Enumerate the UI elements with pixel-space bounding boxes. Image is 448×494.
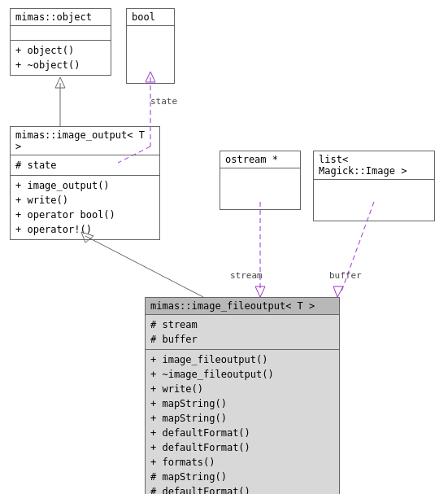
svg-line-5 — [85, 236, 203, 297]
method-write2: + write() — [150, 382, 334, 396]
method-image-output: + image_output() — [15, 178, 154, 193]
title-text: mimas::image_fileoutput< T > — [150, 300, 315, 312]
method-image-fileoutput: + image_fileoutput() — [150, 352, 334, 367]
label-stream-text: stream — [230, 270, 263, 281]
box-mimas-image-output-title: mimas::image_output< T > — [11, 127, 159, 155]
box-image-output-section2: + image_output() + write() + operator bo… — [11, 176, 159, 239]
box-ostream-section1 — [220, 168, 300, 209]
field-buffer: # buffer — [150, 332, 334, 347]
box-bool: bool — [126, 8, 175, 84]
method-destructor-fileoutput: + ~image_fileoutput() — [150, 367, 334, 382]
method-mapstring3: # mapString() — [150, 470, 334, 484]
label-buffer-text: buffer — [329, 270, 362, 281]
method-operator-not: + operator!() — [15, 222, 154, 237]
field-stream: # stream — [150, 317, 334, 332]
svg-marker-8 — [255, 286, 265, 297]
box-fileoutput-section2: + image_fileoutput() + ~image_fileoutput… — [146, 350, 339, 494]
box-image-output-section1: # state — [11, 155, 159, 176]
box-mimas-object: mimas::object + object() + ~object() — [10, 8, 111, 76]
title-text: bool — [132, 11, 155, 23]
label-stream: stream — [230, 270, 263, 281]
box-mimas-image-fileoutput: mimas::image_fileoutput< T > # stream # … — [145, 297, 340, 494]
box-bool-section1 — [127, 26, 174, 83]
method-mapstring1: + mapString() — [150, 396, 334, 411]
box-mimas-object-title: mimas::object — [11, 9, 111, 26]
method-write: + write() — [15, 193, 154, 208]
label-state: state — [150, 96, 177, 107]
method-defaultformat1: + defaultFormat() — [150, 426, 334, 440]
svg-marker-1 — [55, 77, 65, 88]
box-mimas-image-output: mimas::image_output< T > # state + image… — [10, 126, 160, 240]
box-mimas-object-section1 — [11, 26, 111, 41]
method-formats: + formats() — [150, 455, 334, 470]
title-text: ostream * — [225, 154, 278, 165]
label-state-text: state — [150, 96, 177, 107]
box-mimas-object-section2: + object() + ~object() — [11, 41, 111, 75]
field-state: # state — [15, 158, 154, 173]
box-list-magick-section1 — [314, 180, 434, 221]
title-text: mimas::image_output< T > — [15, 129, 145, 152]
method-object: + object() — [15, 43, 106, 58]
box-ostream-title: ostream * — [220, 151, 300, 168]
method-defaultformat3: # defaultFormat() — [150, 484, 334, 494]
box-list-magick-title: list< Magick::Image > — [314, 151, 434, 180]
label-buffer: buffer — [329, 270, 362, 281]
box-list-magick: list< Magick::Image > — [313, 151, 435, 221]
box-bool-title: bool — [127, 9, 174, 26]
method-defaultformat2: + defaultFormat() — [150, 440, 334, 455]
box-fileoutput-section1: # stream # buffer — [146, 315, 339, 350]
method-operator-bool: + operator bool() — [15, 208, 154, 222]
box-ostream: ostream * — [220, 151, 301, 210]
method-destructor-object: + ~object() — [15, 58, 106, 72]
title-text: mimas::object — [15, 11, 92, 23]
box-mimas-image-fileoutput-title: mimas::image_fileoutput< T > — [146, 298, 339, 315]
title-text: list< Magick::Image > — [319, 154, 407, 177]
method-mapstring2: + mapString() — [150, 411, 334, 426]
svg-marker-10 — [333, 286, 343, 297]
uml-diagram: mimas::object + object() + ~object() boo… — [0, 0, 448, 494]
